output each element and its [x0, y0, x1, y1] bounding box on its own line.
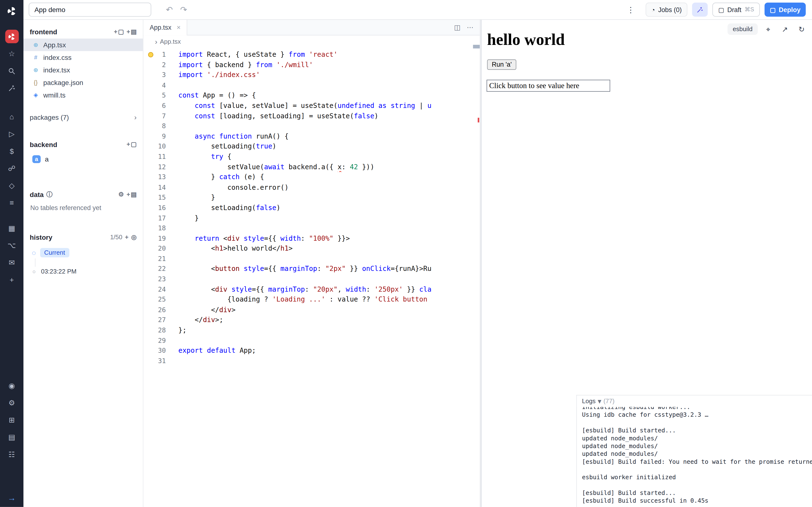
code-line[interactable]: 29 — [143, 335, 480, 345]
arrow-right-icon: → — [7, 494, 16, 503]
minimap-slider[interactable] — [473, 45, 480, 49]
breadcrumb-file[interactable]: App.tsx — [160, 38, 181, 45]
history-entry[interactable]: ○ 03:23:22 PM — [23, 268, 143, 275]
code-line[interactable]: 1import React, { useState } from 'react' — [143, 50, 480, 60]
workspace-settings-button[interactable]: ⊞ — [5, 413, 18, 427]
workflows-button[interactable]: ⌥ — [5, 238, 18, 252]
deploy-button[interactable]: ▢ Deploy — [765, 3, 806, 17]
undo-button[interactable]: ↶ — [166, 6, 173, 14]
backend-script-a[interactable]: a a — [23, 152, 143, 166]
account-button[interactable]: ◉ — [5, 379, 18, 392]
frontend-section-header: frontend +▢ +▤ — [23, 25, 143, 39]
code-line[interactable]: 24 <div style={{ marginTop: "20px", widt… — [143, 284, 480, 294]
more-menu-button[interactable]: ⋮ — [627, 5, 635, 14]
file-item[interactable]: ⊛App.tsx — [23, 39, 143, 51]
code-line[interactable]: 27 </div>; — [143, 315, 480, 325]
data-section-header: data ⓘ ⚙ +▤ — [23, 187, 143, 201]
variables-button[interactable]: $ — [5, 145, 18, 158]
code-line[interactable]: 16 setLoading(false) — [143, 203, 480, 213]
new-file-button[interactable]: +▢ — [114, 28, 124, 36]
code-line[interactable]: 23 — [143, 274, 480, 284]
code-line[interactable]: 2import { backend } from './wmill' — [143, 60, 480, 70]
code-line[interactable]: 18 — [143, 223, 480, 233]
log-line: [esbuild] Build successful in 0.45s — [582, 497, 812, 505]
code-line[interactable]: 31 — [143, 356, 480, 366]
favorites-button[interactable]: ☆ — [5, 47, 18, 60]
code-line[interactable]: 13 } catch (e) { — [143, 172, 480, 182]
code-line[interactable]: 11 try { — [143, 152, 480, 162]
schedules-button[interactable]: ◇ — [5, 179, 18, 192]
editor-menu-button[interactable]: ⋯ — [467, 23, 473, 31]
file-item[interactable]: {}package.json — [23, 76, 143, 89]
messages-button[interactable]: ✉ — [5, 256, 18, 270]
esbuild-status-button[interactable]: esbuild — [727, 23, 758, 35]
ai-button[interactable] — [692, 3, 708, 17]
minimap[interactable] — [440, 51, 472, 93]
refresh-button[interactable]: ↻ — [795, 23, 808, 36]
code-line[interactable]: 5const App = () => { — [143, 90, 480, 101]
code-line[interactable]: 12 setValue(await backend.a({ x: 42 })) — [143, 162, 480, 172]
search-button[interactable] — [5, 64, 18, 77]
redo-button[interactable]: ↷ — [180, 6, 187, 14]
settings-button[interactable]: ⚙ — [5, 396, 18, 409]
code-line[interactable]: 28}; — [143, 325, 480, 335]
file-item[interactable]: ⊛index.tsx — [23, 63, 143, 76]
file-item[interactable]: ◈wmill.ts — [23, 89, 143, 101]
code-line[interactable]: 25 {loading ? 'Loading ...' : value ?? '… — [143, 294, 480, 305]
code-line[interactable]: 26 </div> — [143, 305, 480, 315]
runs-button[interactable]: ▷ — [5, 127, 18, 141]
folders-button[interactable]: ▤ — [5, 431, 18, 444]
home-button[interactable]: ⌂ — [5, 110, 18, 123]
calendar-button[interactable]: ▦ — [5, 221, 18, 235]
code-line[interactable]: 7 const [loading, setLoading] = useState… — [143, 111, 480, 121]
expand-rail-button[interactable]: → — [0, 494, 23, 503]
code-line[interactable]: 9 async function runA() { — [143, 131, 480, 141]
code-line[interactable]: 3import './index.css' — [143, 70, 480, 80]
inspect-button[interactable]: ⌖ — [762, 23, 774, 36]
open-external-button[interactable]: ↗ — [779, 23, 791, 36]
draft-button[interactable]: ▢ Draft ⌘S — [712, 3, 760, 17]
code-line[interactable]: 8 — [143, 121, 480, 131]
packages-row[interactable]: packages (7) › — [23, 110, 143, 124]
code-line[interactable]: 21 — [143, 254, 480, 264]
add-button[interactable]: + — [5, 273, 18, 287]
history-current-item[interactable]: ◌ Current — [23, 248, 143, 258]
code-line[interactable]: 22 <button style={{ marginTop: "2px" }} … — [143, 264, 480, 274]
code-line[interactable]: 14 console.error() — [143, 182, 480, 192]
run-a-button[interactable]: Run 'a' — [487, 59, 516, 70]
logs-header[interactable]: Logs ▾ (77) — [577, 395, 812, 407]
resources-button[interactable]: ☍ — [5, 162, 18, 175]
add-table-button[interactable]: +▤ — [126, 191, 137, 198]
close-icon[interactable]: × — [176, 23, 181, 31]
snapshot-button[interactable]: ◎ — [131, 233, 137, 241]
code-line[interactable]: 4 — [143, 80, 480, 90]
new-folder-button[interactable]: +▤ — [126, 28, 137, 36]
jobs-button[interactable]: ◔ Jobs (0) — [646, 3, 688, 17]
line-number: 14 — [143, 182, 166, 192]
code-line[interactable]: 10 setLoading(true) — [143, 142, 480, 152]
code-line[interactable]: 6 const [value, setValue] = useState(und… — [143, 101, 480, 111]
app-name-input[interactable] — [29, 3, 151, 17]
logs-body[interactable]: Initializing esbuild worker...Using idb … — [577, 407, 812, 506]
code-line[interactable]: 15 } — [143, 192, 480, 203]
tab-app-tsx[interactable]: App.tsx × — [143, 19, 187, 35]
file-item[interactable]: #index.css — [23, 51, 143, 63]
pane-resize-handle[interactable] — [480, 20, 482, 507]
code-line[interactable]: 17 } — [143, 213, 480, 223]
lightbulb-icon[interactable] — [148, 52, 153, 57]
script-badge: a — [33, 155, 41, 163]
split-editor-button[interactable]: ◫ — [454, 23, 461, 31]
history-add-button[interactable]: + — [125, 233, 129, 241]
code-line[interactable]: 30export default App; — [143, 345, 480, 356]
line-number: 5 — [143, 90, 166, 101]
line-number: 9 — [143, 131, 166, 141]
layers-button[interactable]: ≡ — [5, 196, 18, 209]
ai-assistant-button[interactable] — [5, 81, 18, 95]
windmill-logo-icon[interactable] — [5, 4, 18, 18]
new-script-button[interactable]: +▢ — [126, 141, 137, 148]
app-icon[interactable] — [5, 30, 18, 43]
code-line[interactable]: 20 <h1>hello world</h1> — [143, 243, 480, 253]
apps-grid-button[interactable]: ☷ — [5, 448, 18, 461]
data-settings-button[interactable]: ⚙ — [118, 191, 124, 198]
code-line[interactable]: 19 return <div style={{ width: "100%" }}… — [143, 233, 480, 243]
